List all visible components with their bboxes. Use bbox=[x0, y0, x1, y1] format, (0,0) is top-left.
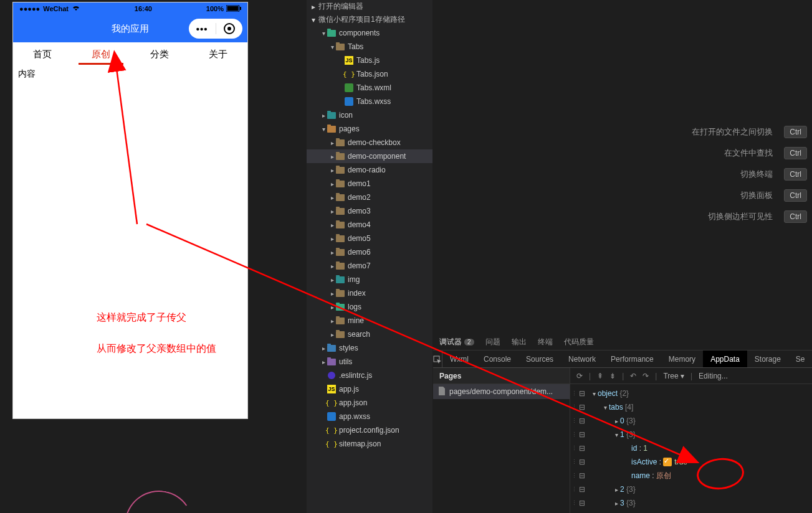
inspect-element-icon[interactable] bbox=[433, 351, 442, 367]
row-action-icon[interactable]: ⊟ bbox=[578, 444, 586, 453]
tree-item[interactable]: ▸demo7 bbox=[307, 259, 432, 273]
devtools-top-tab[interactable]: 终端 bbox=[538, 337, 553, 347]
row-action-icon[interactable]: ⊟ bbox=[578, 403, 586, 412]
file-type-icon bbox=[327, 370, 337, 380]
redo-icon[interactable]: ↷ bbox=[642, 372, 649, 380]
tree-item-label: demo4 bbox=[348, 220, 371, 229]
expand-icon[interactable]: ⇞ bbox=[597, 372, 603, 380]
tree-item[interactable]: { }sitemap.json bbox=[307, 437, 432, 451]
tree-item[interactable]: ▸demo-checkbox bbox=[307, 136, 432, 149]
tab-item[interactable]: 分类 bbox=[130, 42, 189, 66]
devtools-top-tab[interactable]: 问题 bbox=[485, 337, 500, 347]
tree-item-label: demo3 bbox=[348, 207, 371, 215]
tree-item[interactable]: ▸demo5 bbox=[307, 232, 432, 245]
data-row[interactable]: ⋮⋮⊟▸0 {3} bbox=[571, 414, 811, 428]
drag-grip-icon[interactable]: ⋮⋮ bbox=[571, 486, 578, 492]
row-action-icon[interactable]: ⊟ bbox=[578, 499, 586, 507]
tree-item[interactable]: ▸demo-component bbox=[307, 149, 432, 163]
tree-item[interactable]: ▸demo6 bbox=[307, 245, 432, 259]
undo-icon[interactable]: ↶ bbox=[630, 372, 636, 380]
drag-grip-icon[interactable]: ⋮⋮ bbox=[571, 459, 578, 465]
tree-item[interactable]: ▸index bbox=[307, 286, 432, 300]
tree-item[interactable]: ▸utils bbox=[307, 355, 432, 369]
tree-item[interactable]: ▸demo4 bbox=[307, 218, 432, 232]
checkbox-true-icon[interactable] bbox=[663, 458, 672, 466]
tree-item[interactable]: { }project.config.json bbox=[307, 423, 432, 437]
data-row[interactable]: ⋮⋮⊟▾object {2} bbox=[571, 387, 811, 400]
devtools-top-tab[interactable]: 代码质量 bbox=[564, 337, 594, 347]
row-action-icon[interactable]: ⊟ bbox=[578, 471, 586, 480]
tree-item[interactable]: ▸styles bbox=[307, 341, 432, 355]
devtools-subtab[interactable]: Performance bbox=[603, 351, 661, 367]
row-action-icon[interactable]: ⊟ bbox=[578, 389, 586, 398]
refresh-icon[interactable]: ⟳ bbox=[576, 372, 583, 380]
capsule-close-icon[interactable] bbox=[216, 23, 243, 34]
data-row[interactable]: ⋮⋮⊟▾1 {3} bbox=[571, 428, 811, 441]
tree-item[interactable]: ▾components bbox=[307, 26, 432, 40]
tree-item[interactable]: ▾Tabs bbox=[307, 40, 432, 54]
devtools-subtab[interactable]: Storage bbox=[747, 351, 788, 367]
tree-item[interactable]: ▸demo-radio bbox=[307, 163, 432, 177]
devtools-top-tab[interactable]: 调试器2 bbox=[439, 337, 474, 347]
devtools-subtab[interactable]: Se bbox=[788, 351, 812, 367]
drag-grip-icon[interactable]: ⋮⋮ bbox=[571, 473, 578, 479]
drag-grip-icon[interactable]: ⋮⋮ bbox=[571, 418, 578, 424]
data-row[interactable]: ⋮⋮⊟▸2 {3} bbox=[571, 482, 811, 496]
data-row[interactable]: ⋮⋮⊟id : 1 bbox=[571, 441, 811, 455]
devtools-subtab[interactable]: Network bbox=[561, 351, 603, 367]
tree-item[interactable]: ▸icon bbox=[307, 108, 432, 122]
tree-item[interactable]: ▸demo2 bbox=[307, 191, 432, 204]
data-row[interactable]: ⋮⋮⊟▸3 {3} bbox=[571, 496, 811, 510]
tree-item[interactable]: { }Tabs.json bbox=[307, 67, 432, 81]
data-row[interactable]: ⋮⋮⊟name : 原创 bbox=[571, 469, 811, 482]
tree-item[interactable]: app.wxss bbox=[307, 410, 432, 423]
explorer-section-open-editors[interactable]: ▸打开的编辑器 bbox=[307, 0, 432, 13]
devtools-top-tab[interactable]: 输出 bbox=[512, 337, 527, 347]
collapse-icon[interactable]: ⇟ bbox=[609, 372, 616, 380]
devtools-subtab[interactable]: AppData bbox=[703, 351, 747, 367]
row-action-icon[interactable]: ⊟ bbox=[578, 458, 586, 466]
drag-grip-icon[interactable]: ⋮⋮ bbox=[571, 404, 578, 410]
row-action-icon[interactable]: ⊟ bbox=[578, 417, 586, 425]
drag-grip-icon[interactable]: ⋮⋮ bbox=[571, 390, 578, 397]
row-action-icon[interactable]: ⊟ bbox=[578, 485, 586, 494]
capsule-menu-icon[interactable]: ••• bbox=[189, 24, 216, 34]
capsule[interactable]: ••• bbox=[189, 19, 242, 39]
hint-row: 在文件中查找Ctrl bbox=[656, 143, 812, 164]
twisty-icon: ▸ bbox=[329, 263, 335, 270]
statusbar: ●●●●● WeChat 16:40 100% bbox=[13, 2, 247, 15]
tree-item[interactable]: JSapp.js bbox=[307, 382, 432, 396]
tree-item[interactable]: ▸logs bbox=[307, 300, 432, 314]
tree-item[interactable]: Tabs.wxml bbox=[307, 81, 432, 95]
chevron-down-icon: ▾ bbox=[310, 16, 316, 24]
tree-item[interactable]: ▸mine bbox=[307, 314, 432, 327]
hint-label: 切换终端 bbox=[740, 169, 773, 180]
tree-item[interactable]: ▾pages bbox=[307, 122, 432, 136]
page-item[interactable]: pages/demo-component/dem... bbox=[433, 384, 570, 399]
tab-item[interactable]: 关于 bbox=[189, 42, 247, 66]
tree-item[interactable]: { }app.json bbox=[307, 396, 432, 410]
tree-item[interactable]: ▸search bbox=[307, 327, 432, 341]
tree-item[interactable]: JSTabs.js bbox=[307, 54, 432, 67]
data-row[interactable]: ⋮⋮⊟▾tabs [4] bbox=[571, 400, 811, 414]
tree-item[interactable]: ▸demo3 bbox=[307, 204, 432, 218]
drag-grip-icon[interactable]: ⋮⋮ bbox=[571, 431, 578, 438]
devtools-subtab[interactable]: Memory bbox=[661, 351, 703, 367]
drag-grip-icon[interactable]: ⋮⋮ bbox=[571, 500, 578, 506]
status-time: 16:40 bbox=[135, 5, 152, 12]
row-action-icon[interactable]: ⊟ bbox=[578, 430, 586, 439]
drag-grip-icon[interactable]: ⋮⋮ bbox=[571, 445, 578, 451]
tab-item[interactable]: 原创 bbox=[72, 42, 130, 66]
data-row[interactable]: ⋮⋮⊟isActive : true bbox=[571, 455, 811, 469]
tab-item[interactable]: 首页 bbox=[13, 42, 72, 66]
explorer-section-project[interactable]: ▾微信小程序项目1存储路径 bbox=[307, 13, 432, 26]
tree-item-label: img bbox=[348, 275, 360, 284]
devtools-subtab[interactable]: Sources bbox=[518, 351, 561, 367]
tree-item[interactable]: ▸img bbox=[307, 273, 432, 286]
tree-item[interactable]: ▸demo1 bbox=[307, 177, 432, 191]
view-mode-label[interactable]: Tree ▾ bbox=[663, 372, 684, 380]
tree-item[interactable]: Tabs.wxss bbox=[307, 95, 432, 108]
devtools-subtab[interactable]: Wxml bbox=[442, 351, 476, 367]
tree-item[interactable]: .eslintrc.js bbox=[307, 369, 432, 382]
devtools-subtab[interactable]: Console bbox=[476, 351, 518, 367]
